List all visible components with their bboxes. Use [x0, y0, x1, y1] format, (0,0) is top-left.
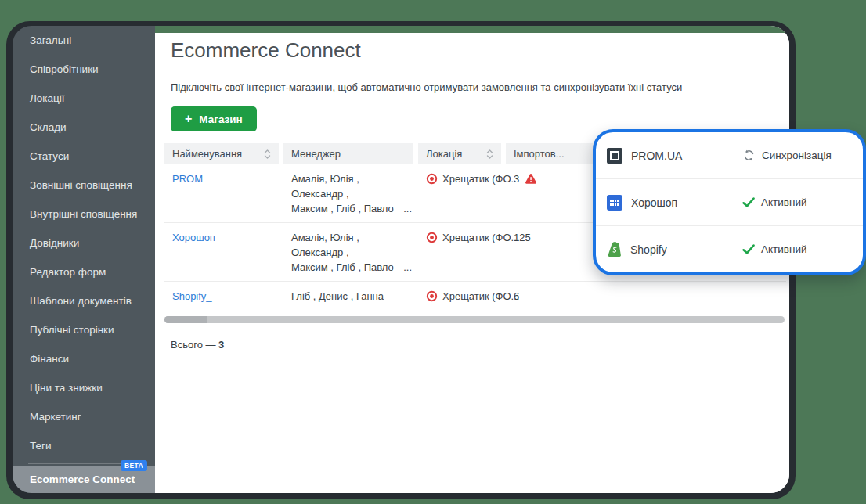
column-header-name[interactable]: Найменування: [164, 143, 279, 164]
prom-logo-icon: [607, 148, 622, 164]
sidebar-item-warehouses[interactable]: Склади: [13, 113, 155, 142]
shopify-logo-icon: [607, 241, 622, 257]
sidebar-item-directories[interactable]: Довідники: [13, 229, 155, 257]
sync-icon: [742, 149, 756, 162]
location-cell: Хрещатик (ФО...: [426, 289, 493, 304]
integration-row-horoshop: Хорошоп Активний: [596, 178, 863, 225]
integration-status: Синхронізація: [762, 149, 832, 161]
store-link-shopify[interactable]: Shopify_: [172, 290, 212, 302]
sort-arrows-icon[interactable]: [264, 149, 271, 160]
top-green-bar: [155, 26, 789, 33]
sidebar-item-statuses[interactable]: Статуси: [13, 142, 155, 171]
sidebar-item-public-pages[interactable]: Публічні сторінки: [13, 315, 155, 344]
overflow-ellipsis: ...: [403, 260, 412, 275]
integration-row-prom: PROM.UA Синхронізація: [596, 132, 863, 178]
sidebar-item-general[interactable]: Загальні: [13, 26, 155, 55]
sidebar-item-external-notifications[interactable]: Зовнішні сповіщення: [13, 171, 155, 200]
page-description: Підключіть свої інтернет-магазини, щоб а…: [171, 81, 774, 93]
sidebar-item-employees[interactable]: Співробітники: [13, 55, 155, 84]
horoshop-logo-icon: [607, 195, 622, 211]
sidebar-item-locations[interactable]: Локації: [13, 84, 155, 113]
sidebar-item-document-templates[interactable]: Шаблони документів: [13, 286, 155, 315]
check-icon: [742, 244, 755, 254]
integration-name: Shopify: [630, 243, 667, 256]
managers-cell: Амалія, Юлія , Олександр , Максим , Гліб…: [283, 230, 413, 275]
beta-badge: BETA: [121, 460, 147, 471]
imported-cell: 6: [514, 289, 778, 304]
sidebar-item-form-editor[interactable]: Редактор форм: [13, 257, 155, 286]
warning-triangle-icon: [525, 173, 537, 185]
table-row-shopify: Shopify_ Гліб , Денис , Ганна Хрещатик (…: [164, 282, 786, 310]
page-title: Ecommerce Connect: [171, 38, 789, 63]
bullseye-icon: [426, 173, 438, 185]
location-cell: Хрещатик (ФО...: [426, 171, 493, 186]
horizontal-scrollbar[interactable]: [164, 316, 785, 323]
managers-cell: Гліб , Денис , Ганна: [283, 289, 413, 304]
sidebar-item-marketing[interactable]: Маркетинг: [13, 402, 155, 431]
bullseye-icon: [426, 232, 438, 243]
total-count: Всього — 3: [171, 339, 789, 351]
store-link-horoshop[interactable]: Хорошоп: [172, 232, 215, 243]
store-link-prom[interactable]: PROM: [172, 173, 203, 185]
location-cell: Хрещатик (ФО...: [426, 230, 493, 245]
integration-name: PROM.UA: [631, 149, 682, 162]
integration-name: Хорошоп: [631, 196, 677, 209]
sidebar-item-finances[interactable]: Фінанси: [13, 344, 155, 373]
sidebar-item-prices-discounts[interactable]: Ціни та знижки: [13, 373, 155, 402]
sort-arrows-icon[interactable]: [486, 149, 493, 160]
page-background: Загальні Співробітники Локації Склади Ст…: [0, 0, 866, 504]
title-divider: [155, 70, 789, 70]
sidebar-item-internal-notifications[interactable]: Внутрішні сповіщення: [13, 200, 155, 229]
plus-icon: +: [185, 113, 192, 125]
sidebar-item-ecommerce-connect-active[interactable]: Ecommerce Connect BETA: [13, 466, 155, 493]
overflow-ellipsis: ...: [403, 201, 412, 216]
check-icon: [742, 197, 755, 207]
sidebar-item-tags[interactable]: Теги: [13, 431, 155, 460]
column-header-manager[interactable]: Менеджер: [283, 143, 413, 164]
managers-cell: Амалія, Юлія , Олександр , Максим , Гліб…: [283, 171, 413, 216]
add-store-button[interactable]: + Магазин: [171, 106, 257, 131]
integration-row-shopify: Shopify Активний: [596, 225, 863, 272]
integration-status: Активний: [761, 243, 807, 255]
integration-status: Активний: [761, 196, 807, 208]
bullseye-icon: [426, 290, 438, 302]
column-header-location[interactable]: Локація: [418, 143, 501, 164]
settings-sidebar: Загальні Співробітники Локації Склади Ст…: [13, 26, 155, 493]
scrollbar-thumb[interactable]: [164, 316, 207, 323]
integrations-callout-card: PROM.UA Синхронізація Хорошоп Активний S…: [593, 129, 866, 275]
